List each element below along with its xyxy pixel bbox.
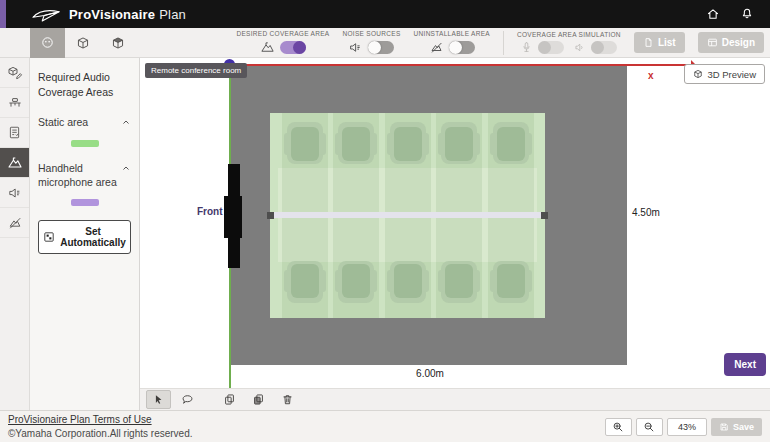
set-automatically-button[interactable]: Set Automatically (38, 220, 131, 254)
list-button-label: List (658, 37, 676, 48)
static-area-header[interactable]: Static area (38, 115, 131, 129)
tab-sphere-view[interactable] (30, 28, 65, 58)
chair (335, 257, 377, 303)
zoom-out-button[interactable] (636, 418, 663, 436)
copy-tool[interactable] (217, 390, 242, 409)
lasso-tool[interactable] (175, 390, 200, 409)
coverage-area-icon (7, 155, 23, 171)
chair (490, 122, 532, 168)
area-resize-handle-right[interactable] (541, 212, 548, 219)
view-tabs (30, 28, 135, 58)
toolbar-divider (503, 31, 504, 55)
front-wall-label: Front (197, 206, 223, 217)
handheld-mic-area-label: Handheld microphone area (38, 161, 121, 189)
footer: ProVisionaire Plan Terms of Use ©Yamaha … (0, 410, 770, 442)
table-divider (270, 212, 545, 218)
rail-item-furniture[interactable] (0, 88, 29, 118)
x-axis-label: x (648, 70, 654, 81)
coverage-area-simulation-label: COVERAGE AREA SIMULATION (517, 31, 621, 38)
floppy-save-icon (719, 422, 729, 432)
chair (284, 122, 326, 168)
paper-plane-logo-icon (32, 6, 60, 23)
zoom-out-icon (643, 421, 655, 433)
desired-coverage-area-group: DESIRED COVERAGE AREA (236, 30, 329, 55)
app-title-suffix: Plan (159, 7, 186, 22)
delete-tool[interactable] (275, 390, 300, 409)
list-button[interactable]: List (634, 32, 685, 53)
duplicate-tool[interactable] (246, 390, 271, 409)
area-resize-handle-left[interactable] (267, 212, 274, 219)
coverage-areas-panel: Required Audio Coverage Areas Static are… (30, 58, 140, 410)
provisionaire-plan-app: ProVisionairePlan DESIRED COV (0, 0, 770, 442)
static-area-label: Static area (38, 115, 88, 129)
rail-item-room-edit[interactable] (0, 58, 29, 88)
cursor-arrow-icon (152, 393, 165, 406)
home-icon[interactable] (706, 7, 720, 21)
lasso-icon (181, 393, 194, 406)
top-toolbar: DESIRED COVERAGE AREA NOISE SOURCES UNIN… (0, 28, 770, 58)
copyright-text: ©Yamaha Corporation.All rights reserved. (8, 427, 193, 441)
copy-icon (223, 393, 236, 406)
furniture-icon (7, 95, 23, 111)
layout-design-icon (707, 37, 718, 48)
rail-item-checklist[interactable] (0, 118, 29, 148)
chair (438, 257, 480, 303)
front-display-mount (224, 196, 242, 238)
uninstallable-area-icon (7, 215, 23, 231)
save-button[interactable]: Save (711, 418, 762, 436)
uninstallable-area-toggle[interactable] (449, 41, 475, 54)
noise-source-icon (348, 40, 363, 55)
handheld-mic-area-header[interactable]: Handheld microphone area (38, 161, 131, 189)
room-edit-icon (7, 65, 23, 81)
chevron-up-icon[interactable] (121, 117, 131, 127)
desired-coverage-area-toggle[interactable] (280, 41, 306, 54)
document-icon (643, 37, 654, 48)
zoom-in-button[interactable] (605, 418, 632, 436)
auto-layout-icon (43, 231, 55, 243)
handheld-mic-area-section: Handheld microphone area (38, 161, 131, 206)
rail-item-coverage-area[interactable] (0, 148, 29, 178)
room-name-badge: Remote conference room (145, 63, 247, 78)
tab-cube-wireframe-view[interactable] (65, 28, 100, 58)
coverage-area[interactable] (270, 113, 545, 318)
canvas-tool-strip (140, 388, 770, 410)
zoom-in-icon (612, 421, 624, 433)
room-height-dimension: 4.50m (632, 207, 660, 218)
simulation-mic-toggle[interactable] (538, 41, 564, 54)
3d-preview-button[interactable]: 3D Preview (684, 64, 765, 84)
rail-item-noise-source[interactable] (0, 178, 29, 208)
uninstallable-area-group: UNINSTALLABLE AREA (414, 30, 490, 55)
app-title-main: ProVisionaire (69, 7, 155, 22)
design-button[interactable]: Design (698, 32, 764, 53)
set-automatically-label: Set Automatically (60, 226, 126, 248)
terms-of-use-link[interactable]: ProVisionaire Plan Terms of Use (8, 413, 193, 427)
chair (387, 257, 429, 303)
chair (335, 122, 377, 168)
notifications-bell-icon[interactable] (740, 7, 754, 21)
select-tool[interactable] (146, 390, 171, 409)
coverage-area-icon (260, 40, 275, 55)
header-accent-stripe (0, 0, 6, 28)
static-area-section: Static area (38, 115, 131, 146)
desired-coverage-area-label: DESIRED COVERAGE AREA (236, 30, 329, 37)
tab-cube-solid-view[interactable] (100, 28, 135, 58)
noise-sources-toggle[interactable] (368, 41, 394, 54)
3d-cube-icon (693, 69, 703, 79)
cube-solid-view-icon (111, 36, 125, 50)
trash-icon (281, 393, 294, 406)
checklist-icon (7, 125, 22, 140)
3d-preview-label: 3D Preview (707, 69, 756, 80)
sphere-view-icon (40, 35, 55, 50)
speaker-icon (573, 41, 586, 54)
simulation-speaker-toggle[interactable] (591, 41, 617, 54)
static-area-color-swatch (71, 140, 99, 147)
uninstallable-area-label: UNINSTALLABLE AREA (414, 30, 490, 37)
floor-plan-canvas[interactable]: x Remote conference room Front 4.50m 6.0… (140, 58, 770, 388)
coverage-area-simulation-group: COVERAGE AREA SIMULATION (517, 31, 621, 54)
panel-title: Required Audio Coverage Areas (38, 70, 131, 99)
rail-item-uninstallable-area[interactable] (0, 208, 29, 238)
zoom-level-display[interactable]: 43% (667, 418, 707, 436)
design-button-label: Design (722, 37, 755, 48)
next-button[interactable]: Next (724, 353, 766, 376)
chevron-up-icon[interactable] (121, 163, 131, 173)
